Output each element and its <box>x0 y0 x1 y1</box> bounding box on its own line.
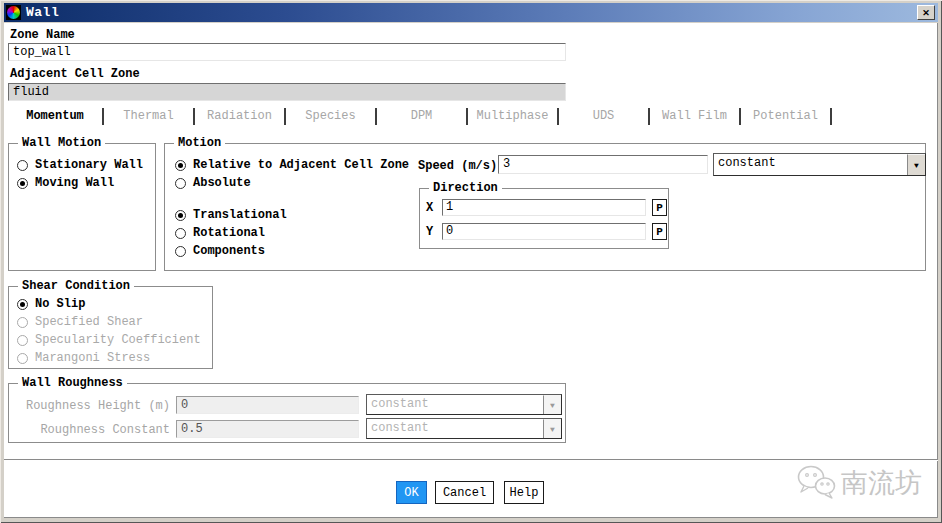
p-button-x[interactable]: P <box>652 199 667 216</box>
watermark: 南流坊 <box>795 464 922 502</box>
speed-profile-dropdown[interactable]: constant ▼ <box>713 153 926 176</box>
tab-dpm[interactable]: DPM <box>377 108 468 125</box>
direction-y-value: 0 <box>446 224 453 238</box>
tab-wall-film[interactable]: Wall Film <box>650 108 741 125</box>
window-title: Wall <box>26 5 59 20</box>
direction-group: Direction X 1 P Y 0 P <box>419 188 669 249</box>
radio-moving-wall[interactable]: Moving Wall <box>17 176 114 190</box>
motion-group: Motion Relative to Adjacent Cell Zone Ab… <box>164 143 926 271</box>
p-button-label: P <box>656 226 663 238</box>
adjacent-cell-zone-value: fluid <box>13 85 49 99</box>
direction-x-row: X 1 P <box>426 199 667 216</box>
tab-uds[interactable]: UDS <box>559 108 650 125</box>
radio-label: Marangoni Stress <box>35 351 150 365</box>
adjacent-cell-zone-input[interactable]: fluid <box>8 83 566 101</box>
dropdown-selected-value: constant <box>367 419 543 438</box>
radio-label: No Slip <box>35 297 85 311</box>
dropdown-selected-value: constant <box>367 395 543 414</box>
wall-roughness-group: Wall Roughness Roughness Height (m) 0 co… <box>8 383 566 443</box>
radio-icon <box>17 178 28 189</box>
radio-label: Moving Wall <box>35 176 114 190</box>
tab-potential[interactable]: Potential <box>741 108 832 125</box>
speed-label: Speed (m/s) <box>418 159 497 173</box>
roughness-constant-label: Roughness Constant <box>15 423 170 437</box>
wall-dialog: Wall ✕ Zone Name top_wall Adjacent Cell … <box>0 0 942 523</box>
radio-no-slip[interactable]: No Slip <box>17 297 85 311</box>
radio-specularity-coefficient: Specularity Coefficient <box>17 333 201 347</box>
radio-label: Translational <box>193 208 287 222</box>
adjacent-cell-zone-label: Adjacent Cell Zone <box>10 67 140 81</box>
zone-name-input[interactable]: top_wall <box>8 43 566 61</box>
wall-motion-group-title: Wall Motion <box>18 136 105 150</box>
axis-x-label: X <box>426 201 436 215</box>
radio-icon <box>17 317 28 328</box>
direction-group-title: Direction <box>429 181 502 195</box>
radio-absolute[interactable]: Absolute <box>175 176 251 190</box>
tab-thermal[interactable]: Thermal <box>104 108 195 125</box>
dropdown-arrow-icon: ▼ <box>543 395 561 414</box>
radio-label: Specified Shear <box>35 315 143 329</box>
tab-radiation[interactable]: Radiation <box>195 108 286 125</box>
radio-icon <box>17 353 28 364</box>
radio-label: Stationary Wall <box>35 158 143 172</box>
tab-bar: Momentum Thermal Radiation Species DPM M… <box>8 106 832 126</box>
roughness-constant-input: 0.5 <box>176 420 359 438</box>
radio-icon <box>17 335 28 346</box>
radio-specified-shear: Specified Shear <box>17 315 143 329</box>
radio-icon <box>175 210 186 221</box>
axis-y-label: Y <box>426 225 436 239</box>
direction-x-input[interactable]: 1 <box>442 199 646 216</box>
button-area-separator <box>4 459 938 461</box>
wall-motion-group: Wall Motion Stationary Wall Moving Wall <box>8 143 156 271</box>
title-bar[interactable]: Wall ✕ <box>4 3 938 22</box>
p-button-y[interactable]: P <box>652 223 667 240</box>
direction-y-input[interactable]: 0 <box>442 223 646 240</box>
motion-group-title: Motion <box>174 136 225 150</box>
zone-name-value: top_wall <box>13 45 71 59</box>
radio-marangoni-stress: Marangoni Stress <box>17 351 150 365</box>
radio-rotational[interactable]: Rotational <box>175 226 265 240</box>
tab-momentum[interactable]: Momentum <box>8 108 104 125</box>
dropdown-arrow-icon[interactable]: ▼ <box>907 154 925 175</box>
ok-button[interactable]: OK <box>396 481 427 504</box>
speed-input[interactable]: 3 <box>498 155 708 174</box>
wall-roughness-group-title: Wall Roughness <box>18 376 127 390</box>
radio-label: Relative to Adjacent Cell Zone <box>193 158 409 172</box>
radio-stationary-wall[interactable]: Stationary Wall <box>17 158 143 172</box>
radio-icon <box>17 299 28 310</box>
tab-multiphase[interactable]: Multiphase <box>468 108 559 125</box>
zone-name-label: Zone Name <box>10 28 75 42</box>
radio-icon <box>17 160 28 171</box>
roughness-height-input: 0 <box>176 396 359 414</box>
radio-label: Rotational <box>193 226 265 240</box>
close-icon: ✕ <box>922 8 930 18</box>
radio-components[interactable]: Components <box>175 244 265 258</box>
direction-x-value: 1 <box>446 200 453 214</box>
radio-label: Components <box>193 244 265 258</box>
roughness-height-profile-dropdown: constant ▼ <box>366 394 562 415</box>
roughness-height-label: Roughness Height (m) <box>15 399 170 413</box>
wechat-icon <box>795 464 837 502</box>
radio-translational[interactable]: Translational <box>175 208 287 222</box>
dropdown-selected-value: constant <box>714 154 907 175</box>
radio-label: Specularity Coefficient <box>35 333 201 347</box>
speed-value: 3 <box>503 157 510 171</box>
radio-label: Absolute <box>193 176 251 190</box>
direction-y-row: Y 0 P <box>426 223 667 240</box>
dropdown-arrow-icon: ▼ <box>543 419 561 438</box>
cancel-button[interactable]: Cancel <box>435 481 494 504</box>
p-button-label: P <box>656 202 663 214</box>
close-button[interactable]: ✕ <box>917 5 935 20</box>
tab-species[interactable]: Species <box>286 108 377 125</box>
radio-relative-to-adjacent-cell-zone[interactable]: Relative to Adjacent Cell Zone <box>175 158 409 172</box>
shear-condition-group-title: Shear Condition <box>18 279 134 293</box>
help-button[interactable]: Help <box>504 481 544 504</box>
roughness-constant-profile-dropdown: constant ▼ <box>366 418 562 439</box>
radio-icon <box>175 228 186 239</box>
radio-icon <box>175 178 186 189</box>
shear-condition-group: Shear Condition No Slip Specified Shear … <box>8 286 213 369</box>
fluent-app-icon <box>6 5 21 20</box>
roughness-constant-value: 0.5 <box>181 422 203 436</box>
radio-icon <box>175 160 186 171</box>
radio-icon <box>175 246 186 257</box>
